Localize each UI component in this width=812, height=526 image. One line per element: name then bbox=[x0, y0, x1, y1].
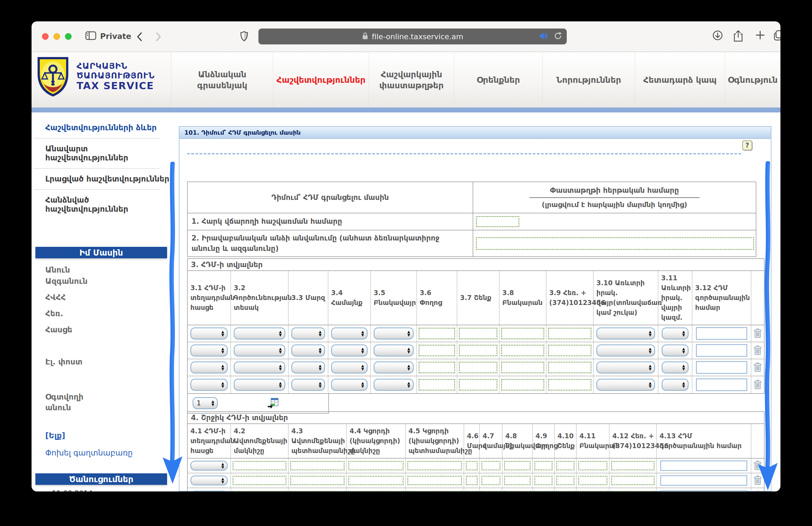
section3-input-r4-c8[interactable] bbox=[501, 379, 544, 391]
section3-input-r3-c7[interactable] bbox=[459, 362, 497, 373]
section3-delete-row-button-2[interactable] bbox=[754, 346, 762, 355]
section3-select-r4-c11[interactable]: ▲▼ bbox=[662, 379, 688, 391]
sidebar-link-3[interactable]: Լրացված հաշվետվություններ bbox=[31, 169, 179, 189]
section3-serial-input-r1[interactable] bbox=[696, 327, 747, 340]
section4-input-r3-c2[interactable] bbox=[233, 491, 286, 492]
sidebar-link-4[interactable]: Հանձնված հաշվետվություններ bbox=[31, 190, 179, 219]
nav-item-6[interactable]: Հետադարձ կապ bbox=[635, 53, 725, 107]
section3-serial-input-r3[interactable] bbox=[696, 361, 747, 374]
section3-select-r3-c2[interactable]: ▲▼ bbox=[234, 362, 285, 374]
logout-link[interactable]: [Ելք] bbox=[45, 431, 65, 440]
section3-input-r4-c7[interactable] bbox=[459, 379, 497, 391]
nav-item-4[interactable]: Օրենքներ bbox=[454, 53, 542, 107]
section4-serial-input-r1[interactable] bbox=[660, 461, 747, 471]
section4-input-r1-c3[interactable] bbox=[290, 461, 345, 470]
section3-delete-row-button-1[interactable] bbox=[754, 328, 762, 338]
section4-delete-row-button-1[interactable] bbox=[754, 461, 762, 471]
section4-input-r2-c2[interactable] bbox=[233, 476, 286, 485]
zoom-window-button[interactable] bbox=[65, 33, 72, 40]
section4-input-r2-c6[interactable] bbox=[466, 476, 478, 485]
section4-input-r1-c11[interactable] bbox=[578, 461, 607, 470]
section3-select-r1-c4[interactable]: ▲▼ bbox=[331, 327, 367, 339]
section4-input-r3-c7[interactable] bbox=[481, 491, 501, 492]
section3-input-r3-c6[interactable] bbox=[419, 362, 455, 373]
section3-select-r1-c5[interactable]: ▲▼ bbox=[374, 327, 414, 339]
section3-serial-input-r4[interactable] bbox=[696, 378, 747, 391]
section3-select-r4-c10[interactable]: ▲▼ bbox=[596, 379, 655, 391]
nav-item-3[interactable]: Հաշվարկային փաստաթղթեր bbox=[369, 53, 454, 107]
section3-input-r3-c8[interactable] bbox=[501, 362, 544, 373]
section4-input-r1-c9[interactable] bbox=[534, 461, 552, 470]
section3-input-r4-c9[interactable] bbox=[548, 379, 592, 391]
section3-select-r4-c1[interactable]: ▲▼ bbox=[190, 379, 228, 391]
section3-input-r3-c9[interactable] bbox=[548, 362, 592, 373]
section3-select-r2-c11[interactable]: ▲▼ bbox=[662, 345, 688, 356]
section4-input-r2-c7[interactable] bbox=[481, 476, 501, 485]
section4-input-r3-c4[interactable] bbox=[348, 491, 404, 492]
add-rows-button[interactable] bbox=[267, 398, 279, 409]
section3-select-r3-c5[interactable]: ▲▼ bbox=[374, 362, 414, 374]
minimize-window-button[interactable] bbox=[54, 33, 60, 40]
forward-button[interactable] bbox=[156, 32, 162, 43]
section3-serial-input-r2[interactable] bbox=[696, 344, 747, 357]
section4-input-r3-c6[interactable] bbox=[466, 491, 478, 492]
section4-input-r1-c5[interactable] bbox=[407, 461, 462, 470]
section4-input-r3-c11[interactable] bbox=[578, 491, 607, 492]
section3-select-r4-c4[interactable]: ▲▼ bbox=[331, 379, 367, 391]
section3-delete-row-button-3[interactable] bbox=[754, 363, 762, 372]
section3-select-r3-c3[interactable]: ▲▼ bbox=[291, 362, 325, 374]
nav-item-2[interactable]: Հաշվետվություններ bbox=[273, 53, 369, 107]
section4-serial-input-r2[interactable] bbox=[660, 475, 747, 486]
section4-input-r2-c5[interactable] bbox=[407, 476, 462, 485]
section3-select-r2-c3[interactable]: ▲▼ bbox=[291, 345, 325, 356]
reload-icon[interactable] bbox=[554, 31, 562, 41]
section3-select-r1-c1[interactable]: ▲▼ bbox=[190, 327, 228, 339]
section3-input-r1-c7[interactable] bbox=[459, 328, 497, 339]
section4-input-r2-c3[interactable] bbox=[290, 476, 345, 485]
section4-input-r1-c4[interactable] bbox=[348, 461, 404, 470]
section3-select-r2-c2[interactable]: ▲▼ bbox=[234, 345, 285, 356]
new-tab-button[interactable] bbox=[755, 30, 766, 41]
section4-input-r3-c10[interactable] bbox=[556, 491, 575, 492]
sidebar-link-1[interactable]: Հաշվետվությունների ձևեր bbox=[31, 117, 179, 138]
section4-input-r1-c7[interactable] bbox=[481, 461, 501, 470]
section3-input-r2-c7[interactable] bbox=[459, 345, 497, 356]
nav-item-7[interactable]: Օգնություն bbox=[725, 53, 781, 107]
section3-input-r1-c6[interactable] bbox=[419, 328, 455, 339]
section4-input-r3-c12[interactable] bbox=[611, 491, 654, 492]
section3-select-r3-c11[interactable]: ▲▼ bbox=[662, 362, 688, 374]
section3-select-r1-c3[interactable]: ▲▼ bbox=[291, 327, 325, 339]
section3-input-r1-c9[interactable] bbox=[548, 328, 592, 339]
section4-input-r2-c4[interactable] bbox=[348, 476, 404, 485]
section4-input-r2-c10[interactable] bbox=[556, 476, 575, 485]
entity-name-input[interactable] bbox=[476, 237, 754, 250]
address-bar[interactable]: file-online.taxservice.am bbox=[258, 29, 567, 44]
section3-select-r2-c4[interactable]: ▲▼ bbox=[331, 345, 367, 356]
section4-input-r3-c3[interactable] bbox=[290, 491, 345, 492]
section4-input-r2-c8[interactable] bbox=[504, 476, 531, 485]
downloads-button[interactable] bbox=[712, 30, 723, 41]
section4-input-r1-c10[interactable] bbox=[556, 461, 575, 470]
section4-serial-input-r3[interactable] bbox=[660, 490, 747, 492]
nav-item-5[interactable]: Նորություններ bbox=[542, 53, 635, 107]
sidebar-toggle-icon[interactable] bbox=[85, 31, 96, 41]
section3-select-r4-c3[interactable]: ▲▼ bbox=[291, 379, 325, 391]
section3-select-r1-c2[interactable]: ▲▼ bbox=[234, 327, 285, 339]
rows-count-select[interactable]: 1 ▲▼ bbox=[192, 397, 218, 409]
section3-select-r2-c1[interactable]: ▲▼ bbox=[190, 345, 228, 356]
section3-select-r3-c1[interactable]: ▲▼ bbox=[190, 362, 228, 374]
help-icon[interactable]: ? bbox=[742, 141, 752, 150]
nav-item-1[interactable]: Անձնական գրասենյակ bbox=[171, 53, 273, 107]
section4-input-r1-c2[interactable] bbox=[233, 461, 286, 470]
section4-input-r2-c12[interactable] bbox=[611, 476, 654, 485]
section4-input-r3-c9[interactable] bbox=[534, 491, 552, 492]
change-password-link[interactable]: Փոխել գաղտնաբառը bbox=[45, 448, 133, 457]
share-button[interactable] bbox=[733, 30, 744, 42]
section4-input-r1-c12[interactable] bbox=[611, 461, 654, 470]
section4-input-r3-c8[interactable] bbox=[504, 491, 531, 492]
section3-select-r4-c5[interactable]: ▲▼ bbox=[374, 379, 414, 391]
section3-input-r1-c8[interactable] bbox=[501, 328, 544, 339]
section4-delete-row-button-2[interactable] bbox=[754, 476, 762, 485]
section4-input-r1-c6[interactable] bbox=[466, 461, 478, 470]
section3-select-r4-c2[interactable]: ▲▼ bbox=[234, 379, 285, 391]
